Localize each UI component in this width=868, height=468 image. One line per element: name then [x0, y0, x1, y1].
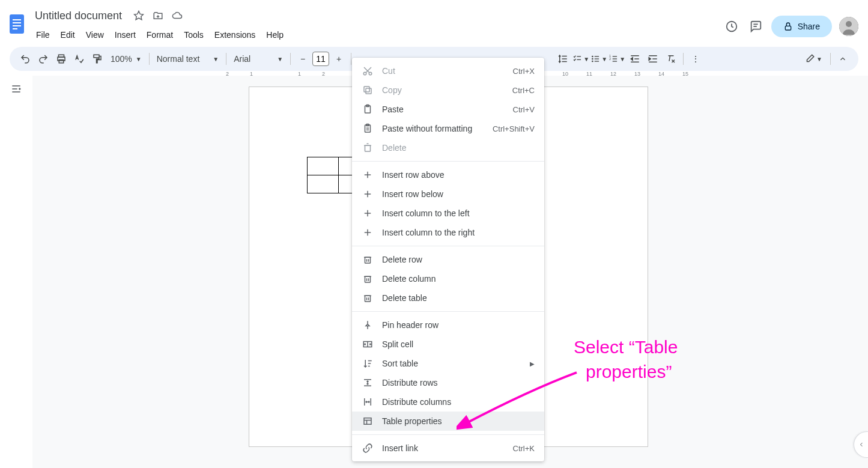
table-cell[interactable]	[308, 157, 339, 175]
zoom-select[interactable]: 100%▼	[107, 54, 145, 64]
editing-mode-button[interactable]: ▼	[800, 50, 827, 67]
paint-format-button[interactable]	[89, 50, 106, 67]
svg-rect-67	[365, 257, 371, 263]
share-button[interactable]: Share	[771, 16, 832, 37]
context-menu-delete-column[interactable]: Delete column	[352, 269, 544, 288]
context-menu-insert-link[interactable]: Insert linkCtrl+K	[352, 439, 544, 458]
comments-icon[interactable]	[747, 18, 764, 35]
menu-item-label: Insert column to the right	[382, 228, 535, 237]
more-button[interactable]: ⋮	[687, 50, 704, 67]
table-cell[interactable]	[308, 175, 339, 193]
clear-format-button[interactable]	[663, 50, 679, 67]
context-menu-distribute-rows[interactable]: Distribute rows	[352, 373, 544, 392]
context-menu-insert-column-to-the-left[interactable]: Insert column to the left	[352, 204, 544, 223]
context-menu-delete: Delete	[352, 138, 544, 157]
font-select[interactable]: Arial▼	[230, 54, 287, 64]
plus-icon	[362, 169, 374, 181]
svg-rect-2	[13, 22, 21, 23]
paste-icon	[362, 103, 374, 115]
font-size-input[interactable]	[312, 52, 329, 66]
context-menu-insert-row-above[interactable]: Insert row above	[352, 165, 544, 184]
cloud-status-icon[interactable]	[171, 10, 183, 22]
menu-item-label: Distribute columns	[382, 397, 535, 407]
menu-edit[interactable]: Edit	[56, 28, 80, 42]
spellcheck-button[interactable]	[71, 50, 88, 67]
indent-decrease-button[interactable]	[627, 50, 643, 67]
context-menu-table-properties[interactable]: Table properties	[352, 412, 544, 431]
context-menu-insert-column-to-the-right[interactable]: Insert column to the right	[352, 223, 544, 242]
trash-icon	[362, 254, 374, 266]
context-menu-pin-header-row[interactable]: Pin header row	[352, 315, 544, 335]
trash-icon	[362, 273, 374, 285]
dist-cols-icon	[362, 396, 374, 408]
context-menu: CutCtrl+XCopyCtrl+CPasteCtrl+VPaste with…	[352, 58, 544, 461]
line-spacing-button[interactable]	[554, 50, 571, 67]
indent-increase-button[interactable]	[645, 50, 661, 67]
document-title[interactable]: Untitled document	[31, 8, 126, 23]
separator	[683, 53, 684, 65]
svg-point-23	[592, 61, 593, 61]
separator	[290, 53, 291, 65]
shortcut-label: Ctrl+C	[512, 86, 535, 95]
menu-insert[interactable]: Insert	[110, 28, 141, 42]
redo-button[interactable]	[35, 50, 52, 67]
plus-icon	[362, 188, 374, 200]
context-menu-sort-table[interactable]: Sort table▶	[352, 354, 544, 373]
delete-icon	[362, 142, 374, 154]
context-menu-delete-row[interactable]: Delete row	[352, 250, 544, 269]
context-menu-insert-row-below[interactable]: Insert row below	[352, 184, 544, 204]
docs-logo[interactable]	[5, 12, 29, 36]
history-icon[interactable]	[723, 18, 740, 35]
context-menu-distribute-columns[interactable]: Distribute columns	[352, 392, 544, 412]
context-menu-delete-table[interactable]: Delete table	[352, 288, 544, 308]
bullet-list-button[interactable]: ▼	[590, 50, 607, 67]
svg-point-21	[592, 56, 593, 56]
svg-point-11	[846, 21, 852, 27]
numbered-list-button[interactable]: 12▼	[609, 50, 625, 67]
menu-item-label: Cut	[382, 66, 505, 76]
checklist-button[interactable]: ▼	[572, 50, 589, 67]
collapse-toolbar-button[interactable]	[834, 50, 851, 67]
undo-button[interactable]	[17, 50, 34, 67]
menu-separator	[352, 311, 544, 312]
copy-icon	[362, 84, 374, 96]
shortcut-label: Ctrl+X	[513, 67, 535, 76]
star-icon[interactable]	[133, 10, 145, 22]
menu-item-label: Delete	[382, 143, 535, 153]
menu-extensions[interactable]: Extensions	[210, 28, 260, 42]
svg-rect-0	[10, 14, 24, 34]
context-menu-paste-without-formatting[interactable]: Paste without formattingCtrl+Shift+V	[352, 119, 544, 138]
menu-item-label: Insert column to the left	[382, 208, 535, 218]
svg-rect-56	[365, 145, 371, 151]
menu-item-label: Pin header row	[382, 320, 535, 330]
plus-icon	[362, 207, 374, 219]
svg-text:2: 2	[609, 58, 611, 61]
menu-item-label: Distribute rows	[382, 378, 535, 387]
avatar[interactable]	[839, 17, 858, 36]
shortcut-label: Ctrl+Shift+V	[493, 124, 535, 133]
menu-tools[interactable]: Tools	[179, 28, 208, 42]
context-menu-split-cell[interactable]: Split cell	[352, 335, 544, 354]
font-size-increase[interactable]: +	[330, 50, 347, 67]
style-select[interactable]: Normal text▼	[153, 54, 222, 64]
font-size-decrease[interactable]: −	[294, 50, 311, 67]
outline-toggle[interactable]	[0, 76, 32, 468]
move-icon[interactable]	[152, 10, 164, 22]
context-menu-paste[interactable]: PasteCtrl+V	[352, 100, 544, 119]
menu-item-label: Delete table	[382, 293, 535, 303]
print-button[interactable]	[53, 50, 70, 67]
svg-rect-48	[366, 88, 371, 94]
menu-help[interactable]: Help	[261, 28, 288, 42]
svg-rect-75	[365, 296, 371, 302]
menu-file[interactable]: File	[31, 28, 55, 42]
separator	[149, 53, 150, 65]
shortcut-label: Ctrl+K	[513, 444, 535, 453]
menu-format[interactable]: Format	[142, 28, 178, 42]
svg-rect-4	[13, 28, 17, 29]
svg-rect-89	[364, 418, 371, 425]
menu-view[interactable]: View	[81, 28, 109, 42]
menu-item-label: Delete row	[382, 255, 535, 264]
sort-icon	[362, 357, 374, 369]
menu-item-label: Sort table	[382, 359, 521, 368]
separator	[830, 53, 831, 65]
